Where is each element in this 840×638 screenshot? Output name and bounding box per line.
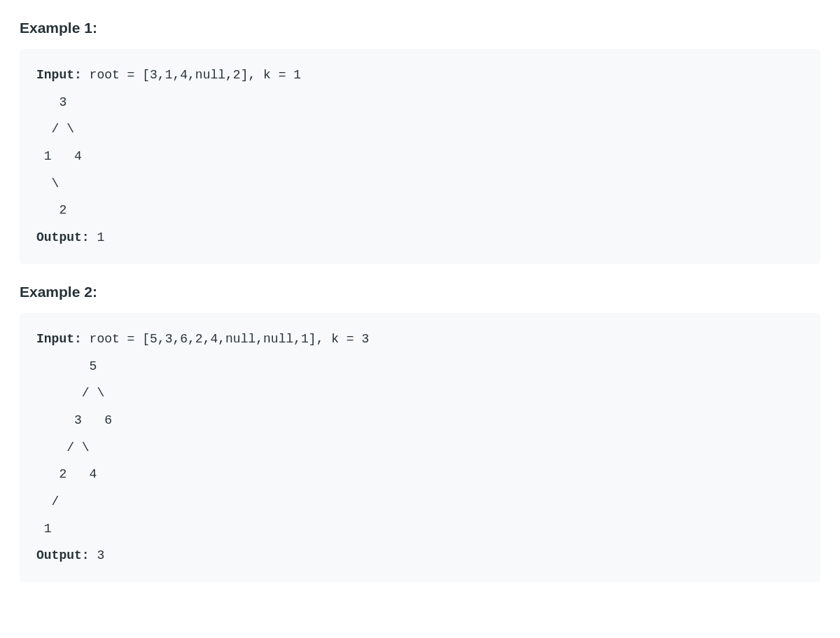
output-value: 1: [90, 230, 105, 244]
tree-diagram: 5 / \ 3 6 / \ 2 4 / 1: [36, 359, 112, 536]
example-1-heading: Example 1:: [20, 20, 820, 36]
example-1-code-block: Input: root = [3,1,4,null,2], k = 1 3 / …: [20, 49, 820, 264]
example-2-heading: Example 2:: [20, 284, 820, 300]
tree-diagram: 3 / \ 1 4 \ 2: [36, 95, 82, 218]
output-label: Output:: [36, 230, 90, 244]
output-value: 3: [90, 548, 105, 562]
example-2-code-block: Input: root = [5,3,6,2,4,null,null,1], k…: [20, 313, 820, 582]
output-label: Output:: [36, 548, 90, 562]
input-label: Input:: [36, 68, 82, 82]
input-value: root = [3,1,4,null,2], k = 1: [82, 68, 301, 82]
input-label: Input:: [36, 332, 82, 346]
input-value: root = [5,3,6,2,4,null,null,1], k = 3: [82, 332, 369, 346]
